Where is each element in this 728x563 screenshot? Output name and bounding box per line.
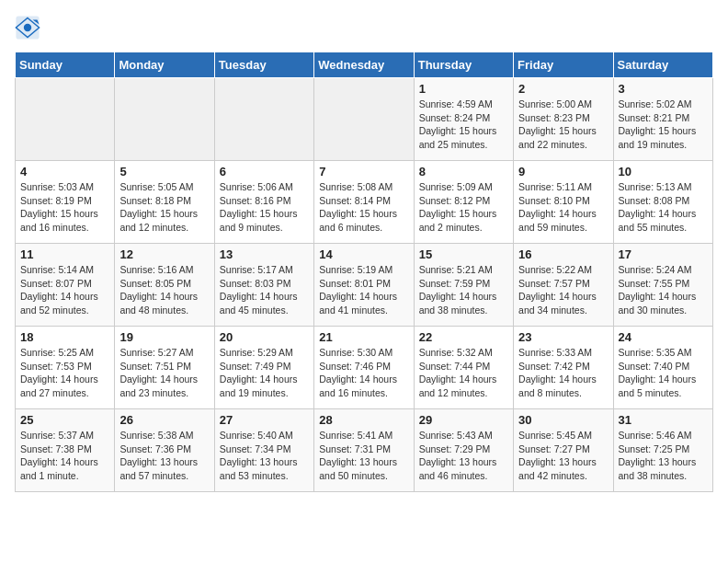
- day-info: Sunrise: 5:22 AM Sunset: 7:57 PM Dayligh…: [518, 263, 608, 317]
- calendar-cell: 10Sunrise: 5:13 AM Sunset: 8:08 PM Dayli…: [613, 161, 712, 244]
- day-info: Sunrise: 5:14 AM Sunset: 8:07 PM Dayligh…: [20, 263, 109, 317]
- day-number: 21: [319, 330, 408, 344]
- day-info: Sunrise: 4:59 AM Sunset: 8:24 PM Dayligh…: [419, 98, 508, 152]
- calendar-cell: 23Sunrise: 5:33 AM Sunset: 7:42 PM Dayli…: [514, 327, 613, 409]
- day-info: Sunrise: 5:17 AM Sunset: 8:03 PM Dayligh…: [220, 263, 309, 317]
- calendar-cell: 8Sunrise: 5:09 AM Sunset: 8:12 PM Daylig…: [414, 161, 513, 244]
- header-thursday: Thursday: [414, 52, 513, 78]
- header-saturday: Saturday: [613, 52, 712, 78]
- calendar-week-4: 18Sunrise: 5:25 AM Sunset: 7:53 PM Dayli…: [16, 327, 713, 409]
- day-info: Sunrise: 5:06 AM Sunset: 8:16 PM Dayligh…: [220, 180, 309, 235]
- day-number: 15: [419, 247, 508, 261]
- calendar-cell: 9Sunrise: 5:11 AM Sunset: 8:10 PM Daylig…: [514, 161, 613, 244]
- calendar-cell: [214, 78, 313, 161]
- calendar-cell: 28Sunrise: 5:41 AM Sunset: 7:31 PM Dayli…: [314, 409, 414, 492]
- calendar-cell: 19Sunrise: 5:27 AM Sunset: 7:51 PM Dayli…: [115, 327, 214, 409]
- day-info: Sunrise: 5:02 AM Sunset: 8:21 PM Dayligh…: [619, 98, 708, 152]
- calendar-cell: 29Sunrise: 5:43 AM Sunset: 7:29 PM Dayli…: [414, 409, 513, 492]
- header-tuesday: Tuesday: [214, 52, 313, 78]
- day-number: 20: [220, 330, 309, 344]
- calendar-cell: 13Sunrise: 5:17 AM Sunset: 8:03 PM Dayli…: [214, 244, 313, 327]
- svg-point-2: [24, 24, 31, 31]
- calendar-cell: 16Sunrise: 5:22 AM Sunset: 7:57 PM Dayli…: [514, 244, 613, 327]
- day-number: 31: [619, 413, 708, 427]
- day-info: Sunrise: 5:27 AM Sunset: 7:51 PM Dayligh…: [119, 346, 209, 400]
- day-info: Sunrise: 5:40 AM Sunset: 7:34 PM Dayligh…: [220, 429, 309, 483]
- calendar-cell: 11Sunrise: 5:14 AM Sunset: 8:07 PM Dayli…: [16, 244, 115, 327]
- day-info: Sunrise: 5:30 AM Sunset: 7:46 PM Dayligh…: [319, 346, 408, 400]
- calendar-cell: 27Sunrise: 5:40 AM Sunset: 7:34 PM Dayli…: [214, 409, 313, 492]
- day-number: 8: [419, 165, 508, 178]
- calendar-cell: 7Sunrise: 5:08 AM Sunset: 8:14 PM Daylig…: [314, 161, 414, 244]
- calendar-cell: 30Sunrise: 5:45 AM Sunset: 7:27 PM Dayli…: [514, 409, 613, 492]
- day-number: 7: [319, 165, 408, 178]
- day-info: Sunrise: 5:45 AM Sunset: 7:27 PM Dayligh…: [518, 429, 608, 483]
- calendar-cell: 12Sunrise: 5:16 AM Sunset: 8:05 PM Dayli…: [115, 244, 214, 327]
- day-info: Sunrise: 5:03 AM Sunset: 8:19 PM Dayligh…: [20, 180, 109, 235]
- day-number: 2: [518, 82, 608, 96]
- calendar-cell: 26Sunrise: 5:38 AM Sunset: 7:36 PM Dayli…: [115, 409, 214, 492]
- day-info: Sunrise: 5:32 AM Sunset: 7:44 PM Dayligh…: [419, 346, 508, 400]
- day-number: 6: [220, 165, 309, 178]
- calendar-cell: 14Sunrise: 5:19 AM Sunset: 8:01 PM Dayli…: [314, 244, 414, 327]
- day-info: Sunrise: 5:09 AM Sunset: 8:12 PM Dayligh…: [419, 180, 508, 235]
- calendar-cell: [314, 78, 414, 161]
- logo-icon: [15, 15, 40, 40]
- day-number: 19: [119, 330, 209, 344]
- calendar-cell: 4Sunrise: 5:03 AM Sunset: 8:19 PM Daylig…: [16, 161, 115, 244]
- day-number: 23: [518, 330, 608, 344]
- calendar-cell: 25Sunrise: 5:37 AM Sunset: 7:38 PM Dayli…: [16, 409, 115, 492]
- calendar-cell: 6Sunrise: 5:06 AM Sunset: 8:16 PM Daylig…: [214, 161, 313, 244]
- calendar-cell: [115, 78, 214, 161]
- calendar-cell: 5Sunrise: 5:05 AM Sunset: 8:18 PM Daylig…: [115, 161, 214, 244]
- calendar-table: Sunday Monday Tuesday Wednesday Thursday…: [15, 52, 713, 492]
- day-info: Sunrise: 5:13 AM Sunset: 8:08 PM Dayligh…: [619, 180, 708, 235]
- day-info: Sunrise: 5:37 AM Sunset: 7:38 PM Dayligh…: [20, 429, 109, 483]
- calendar-cell: 15Sunrise: 5:21 AM Sunset: 7:59 PM Dayli…: [414, 244, 513, 327]
- day-number: 1: [419, 82, 508, 96]
- weekday-header-row: Sunday Monday Tuesday Wednesday Thursday…: [16, 52, 713, 78]
- calendar-cell: 1Sunrise: 4:59 AM Sunset: 8:24 PM Daylig…: [414, 78, 513, 161]
- day-info: Sunrise: 5:11 AM Sunset: 8:10 PM Dayligh…: [518, 180, 608, 235]
- calendar-week-5: 25Sunrise: 5:37 AM Sunset: 7:38 PM Dayli…: [16, 409, 713, 492]
- calendar-cell: 20Sunrise: 5:29 AM Sunset: 7:49 PM Dayli…: [214, 327, 313, 409]
- header-wednesday: Wednesday: [314, 52, 414, 78]
- day-info: Sunrise: 5:08 AM Sunset: 8:14 PM Dayligh…: [319, 180, 408, 235]
- day-info: Sunrise: 5:35 AM Sunset: 7:40 PM Dayligh…: [619, 346, 708, 400]
- calendar-cell: 22Sunrise: 5:32 AM Sunset: 7:44 PM Dayli…: [414, 327, 513, 409]
- day-number: 25: [20, 413, 109, 427]
- day-info: Sunrise: 5:38 AM Sunset: 7:36 PM Dayligh…: [119, 429, 209, 483]
- day-number: 28: [319, 413, 408, 427]
- day-number: 17: [619, 247, 708, 261]
- calendar-cell: 31Sunrise: 5:46 AM Sunset: 7:25 PM Dayli…: [613, 409, 712, 492]
- day-number: 26: [119, 413, 209, 427]
- logo: [15, 15, 42, 40]
- calendar-cell: 24Sunrise: 5:35 AM Sunset: 7:40 PM Dayli…: [613, 327, 712, 409]
- day-number: 24: [619, 330, 708, 344]
- day-info: Sunrise: 5:00 AM Sunset: 8:23 PM Dayligh…: [518, 98, 608, 152]
- calendar-week-3: 11Sunrise: 5:14 AM Sunset: 8:07 PM Dayli…: [16, 244, 713, 327]
- header-monday: Monday: [115, 52, 214, 78]
- day-number: 11: [20, 247, 109, 261]
- calendar-week-1: 1Sunrise: 4:59 AM Sunset: 8:24 PM Daylig…: [16, 78, 713, 161]
- day-number: 12: [119, 247, 209, 261]
- day-number: 16: [518, 247, 608, 261]
- day-info: Sunrise: 5:24 AM Sunset: 7:55 PM Dayligh…: [619, 263, 708, 317]
- day-number: 9: [518, 165, 608, 178]
- day-info: Sunrise: 5:43 AM Sunset: 7:29 PM Dayligh…: [419, 429, 508, 483]
- calendar-cell: 3Sunrise: 5:02 AM Sunset: 8:21 PM Daylig…: [613, 78, 712, 161]
- calendar-cell: 17Sunrise: 5:24 AM Sunset: 7:55 PM Dayli…: [613, 244, 712, 327]
- day-number: 18: [20, 330, 109, 344]
- day-number: 29: [419, 413, 508, 427]
- day-number: 14: [319, 247, 408, 261]
- day-info: Sunrise: 5:33 AM Sunset: 7:42 PM Dayligh…: [518, 346, 608, 400]
- calendar-cell: 18Sunrise: 5:25 AM Sunset: 7:53 PM Dayli…: [16, 327, 115, 409]
- day-number: 10: [619, 165, 708, 178]
- day-number: 3: [619, 82, 708, 96]
- day-number: 5: [119, 165, 209, 178]
- day-info: Sunrise: 5:16 AM Sunset: 8:05 PM Dayligh…: [119, 263, 209, 317]
- header-friday: Friday: [514, 52, 613, 78]
- day-info: Sunrise: 5:21 AM Sunset: 7:59 PM Dayligh…: [419, 263, 508, 317]
- day-info: Sunrise: 5:46 AM Sunset: 7:25 PM Dayligh…: [619, 429, 708, 483]
- calendar-cell: 21Sunrise: 5:30 AM Sunset: 7:46 PM Dayli…: [314, 327, 414, 409]
